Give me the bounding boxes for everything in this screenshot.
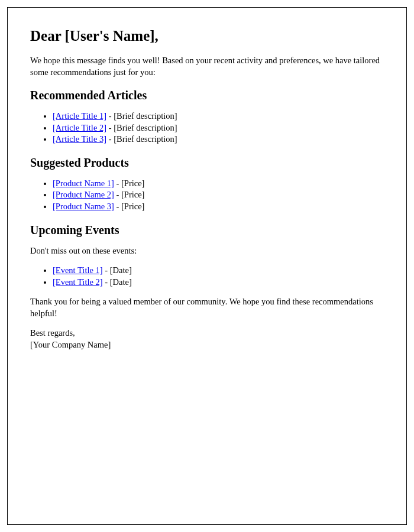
- event-date: [Date]: [110, 265, 132, 275]
- products-list: [Product Name 1] - [Price] [Product Name…: [30, 178, 384, 213]
- separator: -: [114, 202, 121, 211]
- document-page: Dear [User's Name], We hope this message…: [7, 7, 407, 525]
- products-heading: Suggested Products: [30, 156, 384, 170]
- article-link[interactable]: [Article Title 2]: [53, 123, 106, 132]
- product-link[interactable]: [Product Name 2]: [53, 190, 114, 199]
- events-heading: Upcoming Events: [30, 223, 384, 237]
- product-price: [Price]: [121, 179, 144, 188]
- separator: -: [114, 190, 121, 199]
- events-list: [Event Title 1] - [Date] [Event Title 2]…: [30, 265, 384, 288]
- articles-heading: Recommended Articles: [30, 89, 384, 102]
- closing-paragraph: Best regards, [Your Company Name]: [30, 327, 384, 351]
- list-item: [Product Name 1] - [Price]: [53, 178, 384, 190]
- event-link[interactable]: [Event Title 1]: [53, 265, 103, 275]
- product-price: [Price]: [121, 190, 144, 199]
- list-item: [Article Title 3] - [Brief description]: [53, 134, 384, 145]
- separator: -: [106, 123, 114, 132]
- article-link[interactable]: [Article Title 1]: [53, 111, 106, 121]
- article-desc: [Brief description]: [114, 134, 177, 144]
- list-item: [Event Title 1] - [Date]: [53, 265, 384, 277]
- greeting-heading: Dear [User's Name],: [30, 28, 384, 44]
- separator: -: [103, 265, 110, 275]
- list-item: [Article Title 1] - [Brief description]: [53, 111, 384, 122]
- articles-list: [Article Title 1] - [Brief description] …: [30, 111, 384, 145]
- product-link[interactable]: [Product Name 1]: [53, 179, 114, 188]
- separator: -: [106, 134, 114, 144]
- intro-paragraph: We hope this message finds you well! Bas…: [30, 55, 384, 78]
- signoff-line2: [Your Company Name]: [30, 340, 111, 349]
- separator: -: [106, 111, 114, 121]
- product-price: [Price]: [121, 202, 144, 211]
- article-desc: [Brief description]: [114, 123, 177, 132]
- article-desc: [Brief description]: [114, 111, 177, 121]
- list-item: [Event Title 2] - [Date]: [53, 277, 384, 288]
- signoff-line1: Best regards,: [30, 328, 75, 338]
- list-item: [Article Title 2] - [Brief description]: [53, 122, 384, 134]
- list-item: [Product Name 3] - [Price]: [53, 201, 384, 213]
- event-date: [Date]: [110, 277, 132, 287]
- article-link[interactable]: [Article Title 3]: [53, 134, 106, 144]
- event-link[interactable]: [Event Title 2]: [53, 277, 103, 287]
- thanks-paragraph: Thank you for being a valued member of o…: [30, 296, 384, 319]
- separator: -: [114, 179, 121, 188]
- product-link[interactable]: [Product Name 3]: [53, 202, 114, 211]
- events-intro: Don't miss out on these events:: [30, 245, 384, 257]
- separator: -: [103, 277, 110, 287]
- list-item: [Product Name 2] - [Price]: [53, 189, 384, 201]
